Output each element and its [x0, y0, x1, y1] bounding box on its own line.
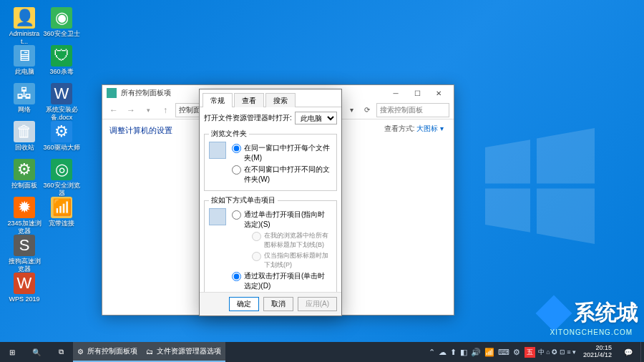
browse-new-window-option[interactable]: 在不同窗口中打开不同的文件夹(W): [232, 165, 332, 185]
desktop-icon-label: WPS 2019: [6, 295, 43, 303]
desktop-icon[interactable]: ◎360安全浏览器: [43, 159, 80, 197]
clock-date: 2021/4/12: [583, 352, 612, 359]
history-dropdown[interactable]: ▾: [141, 103, 155, 117]
underline-point-option: 仅当指向图标标题时加下划线(P): [252, 251, 332, 270]
desktop-icon-glyph: 👤: [14, 7, 35, 29]
open-to-select[interactable]: 此电脑: [295, 112, 337, 124]
tray-icon[interactable]: ◧: [460, 348, 467, 357]
back-button[interactable]: ←: [107, 103, 121, 117]
click-items-icon: [209, 208, 226, 225]
folder-options-dialog: 常规 查看 搜索 打开文件资源管理器时打开: 此电脑 浏览文件夹 在同一窗口中打…: [199, 89, 342, 316]
search-button[interactable]: 🔍: [24, 342, 49, 362]
address-dropdown[interactable]: ▾: [345, 104, 358, 117]
close-button[interactable]: ✕: [428, 86, 449, 100]
taskbar-item-icon: ⊞: [9, 348, 15, 356]
cp-side-heading: 调整计算机的设置: [109, 125, 192, 136]
dialog-tabs: 常规 查看 搜索: [200, 93, 341, 107]
maximize-button[interactable]: ☐: [406, 86, 428, 100]
desktop-icon[interactable]: ✹2345加速浏览器: [6, 197, 43, 235]
desktop-icon[interactable]: ⚙控制面板: [6, 159, 43, 190]
watermark-text: 系统城: [574, 298, 638, 328]
up-button[interactable]: ↑: [158, 103, 172, 117]
forward-button[interactable]: →: [124, 103, 138, 117]
desktop-icon-glyph: ◉: [51, 7, 72, 29]
apply-button[interactable]: 应用(A): [298, 297, 337, 311]
view-mode-select[interactable]: 大图标 ▾: [416, 124, 444, 132]
underline-all-option: 在我的浏览器中给所有图标标题加下划线(B): [252, 231, 332, 250]
desktop-icon[interactable]: 📶宽带连接: [43, 197, 80, 228]
desktop-icon-label: 360安全卫士: [43, 30, 80, 38]
desktop-icon[interactable]: W系统安装必备.docx: [43, 83, 80, 122]
tab-view[interactable]: 查看: [234, 93, 264, 107]
ok-button[interactable]: 确定: [229, 297, 259, 311]
system-tray: ⌃☁⬆◧🔊📶⌨⚙: [424, 348, 525, 357]
action-center-button[interactable]: 💬: [616, 342, 640, 362]
desktop-icon-label: 搜狗高速浏览器: [6, 258, 43, 273]
watermark-logo: 系统城: [541, 298, 638, 328]
desktop-icon-glyph: W: [14, 273, 35, 294]
desktop-icon[interactable]: ⚙360驱动大师: [43, 121, 80, 152]
open-to-label: 打开文件资源管理器时打开:: [204, 113, 292, 123]
desktop-icon-label: 回收站: [6, 144, 43, 152]
tray-icon[interactable]: ⌃: [429, 348, 435, 357]
tray-icon[interactable]: ⬆: [450, 348, 457, 357]
taskbar-item-icon: ⚙: [77, 348, 84, 356]
desktop-icon-glyph: ⚙: [14, 159, 35, 180]
ime-indicator[interactable]: 五: [525, 347, 535, 358]
diamond-icon: [536, 295, 572, 331]
desktop-icon-label: 360安全浏览器: [43, 182, 80, 197]
task-view-button[interactable]: ⧉: [49, 342, 73, 362]
desktop-icon[interactable]: S搜狗高速浏览器: [6, 235, 43, 273]
desktop-icon-glyph: ◎: [51, 159, 72, 180]
window-icon: [107, 88, 117, 98]
tab-search[interactable]: 搜索: [265, 93, 296, 107]
browse-folders-legend: 浏览文件夹: [209, 129, 249, 139]
desktop-icon-glyph: 📶: [51, 197, 72, 218]
desktop-icon-glyph: 🛡: [51, 45, 72, 67]
show-desktop-button[interactable]: [640, 342, 644, 362]
refresh-button[interactable]: ⟳: [361, 104, 374, 117]
click-items-legend: 按如下方式单击项目: [209, 195, 278, 205]
tray-icon[interactable]: ☁: [439, 348, 447, 357]
taskbar-item-label: 所有控制面板项: [87, 346, 137, 356]
tray-icon[interactable]: ⌨: [498, 348, 509, 357]
desktop-icon-glyph: ⚙: [51, 121, 72, 142]
ime-toolbar[interactable]: 中 ⌂ ✪ ⊡ ≡ ▾: [535, 348, 579, 357]
taskbar-clock[interactable]: 20:15 2021/4/12: [579, 345, 616, 359]
desktop-icon[interactable]: 👤Administrat...: [6, 7, 43, 46]
cp-side-panel: 调整计算机的设置: [102, 119, 200, 315]
click-items-group: 按如下方式单击项目 通过单击打开项目(指向时选定)(S) 在我的浏览器中给所有图…: [204, 195, 337, 292]
desktop-icon-glyph: ✹: [14, 197, 35, 218]
desktop-icon-glyph: W: [51, 83, 72, 104]
taskbar-item-controlpanel[interactable]: ⚙所有控制面板项: [73, 342, 142, 362]
desktop-icon-label: 360杀毒: [43, 68, 80, 76]
taskbar-item-explorer-options[interactable]: 🗂文件资源管理器选项: [142, 342, 225, 362]
desktop-icon-glyph: 🖥: [14, 45, 35, 67]
desktop-icon-label: 宽带连接: [43, 220, 80, 228]
tray-icon[interactable]: 📶: [484, 348, 494, 357]
watermark-subtext: XITONGCHENG.COM: [550, 328, 633, 336]
desktop-icon[interactable]: 🗑回收站: [6, 121, 43, 152]
browse-folders-group: 浏览文件夹 在同一窗口中打开每个文件夹(M) 在不同窗口中打开不同的文件夹(W): [204, 129, 337, 191]
browse-same-window-option[interactable]: 在同一窗口中打开每个文件夹(M): [232, 143, 332, 163]
taskbar-item-icon: 🔍: [32, 348, 41, 356]
desktop-icon-label: 此电脑: [6, 68, 43, 76]
search-input[interactable]: [376, 103, 449, 117]
minimize-button[interactable]: ─: [385, 86, 406, 100]
desktop-icon-label: 网络: [6, 106, 43, 114]
tray-icon[interactable]: ⚙: [513, 348, 520, 357]
desktop-icon-label: 2345加速浏览器: [6, 220, 43, 235]
desktop-icon[interactable]: 🖧网络: [6, 83, 43, 114]
start-button[interactable]: ⊞: [0, 342, 24, 362]
desktop-icon-glyph: 🗑: [14, 121, 35, 142]
desktop-icon[interactable]: WWPS 2019: [6, 273, 43, 303]
tray-icon[interactable]: 🔊: [471, 348, 481, 357]
double-click-option[interactable]: 通过双击打开项目(单击时选定)(D): [232, 271, 332, 291]
taskbar-item-label: 文件资源管理器选项: [157, 346, 221, 356]
desktop-icon[interactable]: ◉360安全卫士: [43, 7, 80, 38]
desktop-icon[interactable]: 🛡360杀毒: [43, 45, 80, 76]
tab-general[interactable]: 常规: [203, 93, 233, 107]
desktop-icon[interactable]: 🖥此电脑: [6, 45, 43, 76]
single-click-option[interactable]: 通过单击打开项目(指向时选定)(S): [232, 210, 332, 230]
cancel-button[interactable]: 取消: [263, 297, 293, 311]
